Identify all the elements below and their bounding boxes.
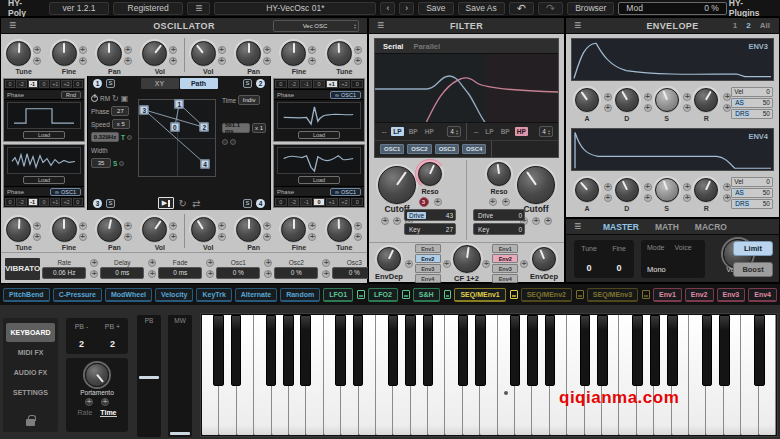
plus-button[interactable]: + (723, 183, 731, 191)
black-key[interactable] (388, 315, 398, 386)
filter-type-flat[interactable]: -- (380, 127, 388, 136)
r-knob[interactable] (694, 178, 718, 202)
plus-button[interactable]: + (434, 198, 442, 206)
plus-button[interactable]: + (79, 46, 87, 54)
mod-source-modwheel[interactable]: ModWheel (105, 288, 152, 302)
tempo-sync-icon[interactable]: T (121, 134, 125, 141)
plus-button[interactable]: + (354, 46, 362, 54)
filter-type-bp[interactable]: BP (407, 127, 420, 136)
fine-knob[interactable] (281, 217, 306, 242)
black-key[interactable] (702, 315, 712, 386)
envdep-knob[interactable] (532, 247, 556, 271)
nav-midi-fx[interactable]: MIDI FX (6, 343, 55, 362)
black-key[interactable] (405, 315, 415, 386)
power-icon[interactable] (91, 95, 98, 102)
octave-cell[interactable]: 0 (313, 80, 325, 88)
octave-cell[interactable]: +1 (326, 198, 338, 206)
envelope-tab-2[interactable]: 2 (746, 21, 750, 30)
param-vel[interactable]: Vel0 (731, 177, 773, 187)
octave-cell[interactable]: 0 (351, 198, 363, 206)
undo-icon[interactable]: ↶ (509, 2, 534, 15)
boost-button[interactable]: Boost (733, 262, 773, 277)
key-box[interactable]: Key0 (473, 223, 525, 235)
plus-button[interactable]: + (723, 194, 731, 202)
env-select-env3[interactable]: Env3 (492, 264, 518, 273)
octave-cell[interactable]: +2 (61, 198, 71, 206)
fine-knob[interactable] (52, 41, 77, 66)
octave-cell[interactable]: -2 (16, 80, 26, 88)
speed-mult[interactable]: x 5 (112, 119, 130, 129)
osc1-badge[interactable]: 1 (93, 79, 102, 88)
octave-cell[interactable]: 0 (73, 80, 83, 88)
osc4-load-button[interactable]: Load (298, 176, 340, 184)
preset-prev-button[interactable]: ‹ (380, 2, 395, 15)
env-select-env4[interactable]: Env4 (492, 274, 518, 283)
plus-button[interactable]: + (79, 57, 87, 65)
envdep-knob[interactable] (377, 247, 401, 271)
mod-source-c-pressure[interactable]: C-Pressure (53, 288, 102, 302)
param-drs[interactable]: DRS50 (731, 199, 773, 209)
plus-button[interactable]: + (723, 93, 731, 101)
plus-button[interactable]: + (489, 198, 497, 206)
browser-button[interactable]: Browser (567, 2, 614, 15)
plus-button[interactable]: + (683, 194, 691, 202)
plus-button[interactable]: + (90, 259, 98, 267)
env-select-env1[interactable]: Env1 (415, 244, 441, 253)
reso-knob[interactable] (487, 162, 511, 186)
speed-mod-dot[interactable] (127, 135, 132, 140)
plus-button[interactable]: + (354, 233, 362, 241)
black-key[interactable] (580, 315, 590, 386)
path-node-3[interactable]: 3 (140, 105, 149, 114)
mod-source-pitchbend[interactable]: PitchBend (3, 288, 50, 302)
plus-button[interactable]: + (381, 217, 389, 225)
mod-source-lfo1[interactable]: LFO1 (323, 288, 353, 302)
time-next-button[interactable] (230, 139, 236, 145)
plus-button[interactable]: + (264, 259, 272, 267)
plus-button[interactable]: + (308, 57, 316, 65)
black-key[interactable] (231, 315, 241, 386)
octave-cell[interactable]: 0 (39, 198, 49, 206)
a-knob[interactable] (575, 88, 599, 112)
black-key[interactable] (213, 315, 223, 386)
plus-button[interactable]: + (148, 270, 156, 278)
time-option[interactable]: Time (100, 409, 116, 417)
plus-button[interactable]: + (206, 270, 214, 278)
mod-source-random[interactable]: Random (280, 288, 320, 302)
plus-button[interactable]: + (33, 233, 41, 241)
plus-button[interactable]: + (644, 93, 652, 101)
pan-knob[interactable] (236, 41, 261, 66)
octave-cell[interactable]: -1 (300, 80, 312, 88)
octave-cell[interactable]: 0 (39, 80, 49, 88)
oscillator-menu-icon[interactable]: ≡ (1, 19, 24, 32)
master-menu-icon[interactable]: ≡ (566, 220, 589, 233)
pingpong-mode-icon[interactable]: ⇄ (192, 198, 200, 209)
pitchbend-slider[interactable]: PB (137, 315, 161, 437)
plus-button[interactable]: + (218, 233, 226, 241)
plus-button[interactable]: + (393, 217, 401, 225)
tune-knob[interactable] (6, 41, 31, 66)
octave-cell[interactable]: +2 (61, 80, 71, 88)
octave-cell[interactable]: -2 (288, 80, 300, 88)
plus-button[interactable]: + (308, 233, 316, 241)
plus-button[interactable]: + (124, 222, 132, 230)
loop-mode-icon[interactable]: ↻ (179, 198, 187, 209)
filter-input-osc1[interactable]: OSC1 (380, 144, 404, 154)
phase-value[interactable]: 27 (111, 106, 129, 116)
mod-source-lfo2[interactable]: LFO2 (368, 288, 398, 302)
pan-knob[interactable] (97, 41, 122, 66)
black-key[interactable] (667, 315, 677, 386)
plus-button[interactable]: + (263, 57, 271, 65)
plus-button[interactable]: + (169, 46, 177, 54)
plus-button[interactable]: + (169, 233, 177, 241)
env-select-env2[interactable]: Env2 (492, 254, 518, 263)
plus-button[interactable]: + (604, 93, 612, 101)
plus-button[interactable]: + (169, 222, 177, 230)
plus-button[interactable]: + (169, 57, 177, 65)
vol-knob[interactable] (191, 41, 216, 66)
width-sync-icon[interactable]: S (113, 160, 117, 167)
plus-button[interactable]: + (124, 46, 132, 54)
plus-button[interactable]: + (604, 183, 612, 191)
main-menu-button[interactable]: ≡ (187, 2, 210, 15)
plus-button[interactable]: + (604, 194, 612, 202)
mod-source-seqmenv3[interactable]: SEQ/MEnv3 (587, 288, 638, 302)
